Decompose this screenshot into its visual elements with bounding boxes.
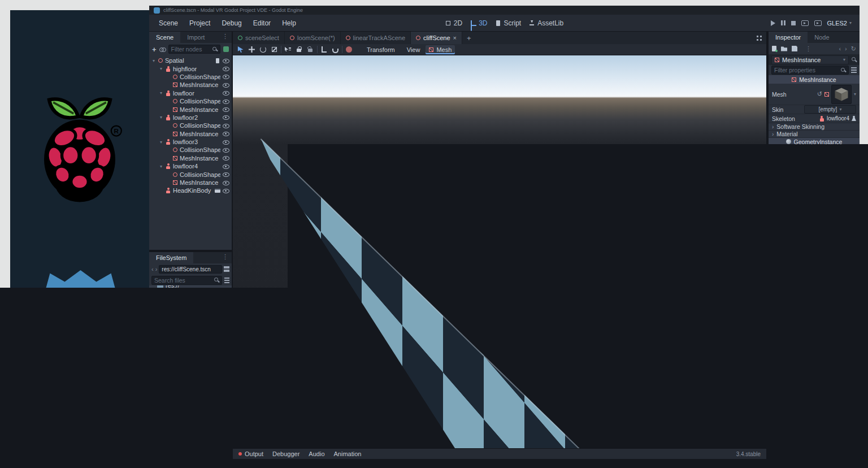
visibility-eye-icon[interactable] bbox=[223, 98, 229, 104]
history-icon[interactable]: ↻ bbox=[851, 45, 856, 53]
inspector-row[interactable]: › Portals bbox=[769, 211, 860, 219]
visibility-eye-icon[interactable] bbox=[223, 74, 229, 80]
visibility-eye-icon[interactable] bbox=[223, 66, 229, 72]
viewport-menu[interactable]: Transform bbox=[361, 45, 398, 54]
panel-menu-icon[interactable]: ⋮ bbox=[219, 252, 232, 263]
visibility-eye-icon[interactable] bbox=[223, 123, 229, 128]
inspector-row[interactable]: › Spatial bbox=[769, 219, 860, 227]
file-row[interactable]: linearTrackBScene.gd bbox=[149, 411, 232, 419]
attach-script-button[interactable] bbox=[223, 46, 229, 52]
viewport-tool-icon[interactable] bbox=[307, 46, 314, 53]
layer-cell[interactable]: 13 bbox=[824, 186, 830, 193]
inspector-row[interactable]: › Transform bbox=[769, 227, 860, 234]
filter-properties-input[interactable] bbox=[774, 67, 839, 73]
viewport-tool-icon[interactable] bbox=[237, 46, 244, 53]
chevron-down-icon[interactable]: ▾ bbox=[854, 92, 856, 97]
tab-filesystem[interactable]: FileSystem bbox=[149, 252, 193, 263]
filter-nodes-input[interactable] bbox=[171, 46, 210, 53]
menu-item[interactable]: Help bbox=[277, 18, 301, 29]
skeleton-value[interactable]: lowfloor4 bbox=[819, 115, 856, 122]
inspector-row[interactable]: › Matrix bbox=[769, 234, 860, 241]
file-row[interactable]: lefteye.gdshader bbox=[149, 387, 232, 395]
file-row[interactable]: cliffScene.gd bbox=[149, 314, 232, 322]
file-row[interactable]: HeadKinBody_headset.ts bbox=[149, 355, 232, 363]
scene-tree-row[interactable]: ▾ highfloor bbox=[149, 64, 232, 72]
node-search-icon[interactable] bbox=[852, 57, 857, 62]
inspector-row[interactable]: › Node bbox=[769, 249, 860, 257]
inspector-row[interactable]: › GeometryInstance bbox=[769, 138, 860, 146]
mesh-preview[interactable] bbox=[831, 85, 852, 104]
play-button[interactable] bbox=[771, 20, 775, 26]
viewport-menu[interactable]: View bbox=[401, 45, 424, 54]
stop-button[interactable] bbox=[791, 21, 796, 25]
resource-menu-icon[interactable]: ⋮ bbox=[802, 44, 815, 54]
file-row[interactable]: HeadKinBody_nolabels.t bbox=[149, 363, 232, 371]
viewport-tool-icon[interactable] bbox=[281, 46, 281, 53]
filter-nodes-field[interactable] bbox=[168, 45, 220, 54]
play-scene-button[interactable] bbox=[801, 20, 809, 26]
node-selector[interactable]: MeshInstance ▾ bbox=[771, 55, 849, 64]
viewport-tool-icon[interactable] bbox=[342, 46, 342, 53]
scene-tree-row[interactable]: ▾ Spatial bbox=[149, 57, 232, 64]
expand-icon[interactable] bbox=[851, 277, 856, 282]
scene-tree-row[interactable]: MeshInstance bbox=[149, 154, 232, 162]
visibility-eye-icon[interactable] bbox=[223, 82, 229, 88]
layer-cell[interactable]: 5 bbox=[800, 186, 806, 193]
layer-cell[interactable]: 17 bbox=[817, 194, 823, 201]
instance-scene-button[interactable] bbox=[159, 47, 166, 51]
distraction-free-icon[interactable] bbox=[757, 36, 762, 41]
layer-cell[interactable]: 2 bbox=[779, 186, 785, 193]
file-row[interactable]: icon.png bbox=[149, 379, 232, 387]
layer-cell[interactable]: 20 bbox=[838, 194, 844, 201]
node-extra-icon[interactable] bbox=[215, 188, 220, 193]
menu-item[interactable]: Editor bbox=[248, 18, 276, 29]
viewport-tool-icon[interactable] bbox=[346, 46, 352, 53]
collapse-arrow-icon[interactable]: ▾ bbox=[159, 90, 163, 96]
scene-tree-row[interactable]: CollisionShape bbox=[149, 97, 232, 105]
viewport-tool-icon[interactable] bbox=[296, 46, 302, 53]
pause-mode-value[interactable]: Inherit ▾ bbox=[804, 297, 856, 305]
skin-value[interactable]: [empty] ▾ bbox=[804, 105, 856, 114]
file-row[interactable]: HeadKinBody.tscn bbox=[149, 346, 232, 354]
layer-cell[interactable]: 16 bbox=[810, 194, 816, 201]
menu-item[interactable]: Debug bbox=[216, 18, 246, 29]
layer-cell[interactable]: 1 bbox=[772, 186, 778, 193]
history-forward-icon[interactable]: › bbox=[845, 45, 847, 52]
file-row[interactable]: Com.gd bbox=[149, 330, 232, 338]
inspector-row[interactable]: › Baked Light bbox=[769, 153, 860, 161]
scene-tab[interactable]: loomScene(*) × bbox=[285, 32, 341, 44]
search-files-field[interactable] bbox=[151, 276, 222, 285]
script-value[interactable]: [empty] ▾ bbox=[804, 316, 856, 324]
new-scene-tab-button[interactable]: + bbox=[462, 32, 476, 44]
file-row[interactable]: loomScene.gd bbox=[149, 428, 232, 436]
file-row[interactable]: › textures bbox=[149, 306, 232, 314]
visibility-eye-icon[interactable] bbox=[223, 147, 229, 153]
process-priority-value[interactable]: 0 ▴▾ bbox=[804, 306, 856, 315]
viewport-tool-icon[interactable] bbox=[321, 46, 327, 53]
scene-tab[interactable]: cliffScene × bbox=[411, 32, 462, 44]
play-custom-scene-button[interactable] bbox=[814, 20, 822, 26]
close-icon[interactable]: × bbox=[453, 34, 457, 41]
bottom-panel-item[interactable]: Output bbox=[238, 450, 263, 457]
scene-tree-row[interactable]: ▾ lowfloor2 bbox=[149, 114, 232, 122]
viewport-menu[interactable]: Mesh bbox=[426, 45, 455, 54]
visibility-eye-icon[interactable] bbox=[223, 163, 229, 169]
bottom-panel-item[interactable]: Debugger bbox=[272, 450, 300, 457]
inspector-row[interactable]: › Editor Description bbox=[769, 257, 860, 265]
folder-expand-icon[interactable]: › bbox=[151, 291, 155, 296]
mesh-resource-icon[interactable] bbox=[824, 92, 829, 97]
scene-tree-row[interactable]: CollisionShape bbox=[149, 146, 232, 154]
collapse-arrow-icon[interactable]: ▾ bbox=[151, 58, 156, 63]
pause-button[interactable] bbox=[781, 20, 785, 25]
new-resource-icon[interactable] bbox=[772, 46, 776, 51]
layer-cell[interactable]: 4 bbox=[793, 186, 800, 193]
file-row[interactable]: HeadKinBody_noshader. bbox=[149, 371, 232, 379]
mode-button[interactable]: 2D bbox=[445, 19, 462, 27]
visibility-eye-icon[interactable] bbox=[223, 90, 229, 96]
scene-tree-row[interactable]: CollisionShape bbox=[149, 122, 232, 129]
viewport-tool-icon[interactable] bbox=[317, 46, 318, 53]
visibility-eye-icon[interactable] bbox=[223, 107, 229, 112]
current-path[interactable]: res://cliffScene.tscn bbox=[159, 265, 222, 274]
tab-scene[interactable]: Scene bbox=[149, 32, 180, 43]
inspector-row[interactable]: › Geometry bbox=[769, 146, 860, 153]
